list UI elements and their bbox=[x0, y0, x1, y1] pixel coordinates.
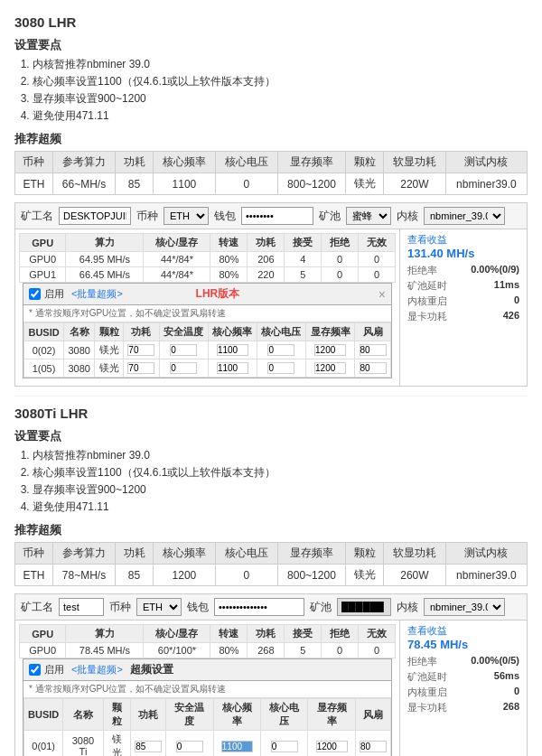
miner-panel-1: 矿工名 币种 ETH 钱包 矿池 蜜蜂 内核 nbminer_39.0 GPU bbox=[14, 202, 528, 387]
rec2-row1-power: 85 bbox=[116, 565, 154, 586]
oc1-fan-input[interactable] bbox=[360, 362, 387, 374]
oc-col-name: 名称 bbox=[64, 323, 95, 341]
oc1-safetemp-input[interactable] bbox=[170, 362, 197, 374]
lhr-label-1: LHR版本 bbox=[196, 286, 240, 302]
rec2-col-soft-power: 软显功耗 bbox=[383, 543, 445, 565]
gpu2-col-reject: 拒绝 bbox=[322, 625, 359, 643]
note-2-3: 显存频率设置900~1200 bbox=[33, 482, 528, 498]
coin-label-1: 币种 bbox=[136, 209, 158, 224]
oc0-memfreq bbox=[306, 341, 355, 359]
pool-delay-label-1: 矿池延时 bbox=[407, 279, 447, 293]
oc-col-safetemp: 安全温度 bbox=[159, 323, 208, 341]
miner-body-2: GPU 算力 核心/显存 转速 功耗 接受 拒绝 无效 bbox=[15, 621, 527, 756]
oc0-power-input[interactable] bbox=[127, 344, 154, 356]
oc-table-2: BUSID 名称 颗粒 功耗 安全温度 核心频率 核心电压 显存频率 风扇 bbox=[23, 698, 391, 756]
stat-internal-restart-1: 内核重启 0 bbox=[407, 294, 519, 308]
pool-delay-label-2: 矿池延时 bbox=[407, 670, 447, 684]
pool-select-1[interactable]: 蜜蜂 bbox=[346, 207, 391, 225]
rec2-col-kernel: 测试内核 bbox=[445, 543, 527, 565]
oc2-0-corevolt bbox=[261, 731, 308, 757]
oc1-corefreq bbox=[208, 359, 257, 378]
oc2-0-safetemp bbox=[166, 731, 213, 757]
stat-gpu-power-1: 显卡功耗 426 bbox=[407, 310, 519, 323]
rec-col-coin: 币种 bbox=[15, 152, 53, 173]
wallet-input-1[interactable] bbox=[241, 207, 313, 225]
oc0-fan-input[interactable] bbox=[360, 344, 387, 356]
oc0-memfreq-input[interactable] bbox=[314, 344, 346, 356]
oc2-col-corevolt: 核心电压 bbox=[261, 699, 308, 731]
oc2-0-power-input[interactable] bbox=[135, 741, 162, 752]
oc1-power-input[interactable] bbox=[127, 362, 154, 374]
oc-enable-label-1: 启用 bbox=[44, 287, 64, 301]
view-income-link-1[interactable]: 查看收益 bbox=[407, 233, 519, 247]
oc-row-0: 0(02) 3080 镁光 bbox=[24, 341, 391, 359]
wallet-input-2[interactable] bbox=[214, 598, 304, 616]
kernel-select-2[interactable]: nbminer_39.0 bbox=[424, 598, 505, 616]
oc1-memfreq-input[interactable] bbox=[314, 362, 346, 374]
stat-internal-restart-2: 内核重启 0 bbox=[407, 686, 519, 699]
oc2-0-corevolt-input[interactable] bbox=[271, 741, 298, 752]
oc2-0-memfreq bbox=[308, 731, 356, 757]
miner-left-1: GPU 算力 核心/显存 转速 功耗 接受 拒绝 无效 bbox=[15, 229, 400, 386]
kernel-label-2: 内核 bbox=[397, 600, 418, 615]
oc2-0-memfreq-input[interactable] bbox=[316, 741, 348, 752]
oc1-safetemp bbox=[159, 359, 208, 378]
oc-hint-2: * 通常按顺序对GPU位置，如不确定设置风扇转速 bbox=[23, 681, 391, 698]
oc0-fan bbox=[355, 341, 391, 359]
kernel-label-1: 内核 bbox=[397, 209, 418, 224]
rec-row1-power: 85 bbox=[116, 173, 154, 195]
note-1-4: 避免使用471.11 bbox=[33, 108, 528, 124]
gpu-col-hash: 算力 bbox=[66, 234, 144, 252]
oc-col-busid: BUSID bbox=[24, 323, 64, 341]
oc2-0-corefreq bbox=[213, 731, 261, 757]
oc-enable-checkbox-2[interactable] bbox=[29, 664, 41, 676]
farm-input-1[interactable] bbox=[59, 207, 131, 225]
rec2-col-core-freq: 核心频率 bbox=[153, 543, 215, 565]
oc0-corevolt-input[interactable] bbox=[267, 344, 294, 356]
rec-col-core-volt: 核心电压 bbox=[215, 152, 277, 173]
gpu2-0-speed: 80% bbox=[210, 643, 248, 658]
gpu-row-1: GPU1 66.45 MH/s 44*/84* 80% 220 5 0 0 bbox=[20, 267, 396, 283]
oc2-0-corefreq-input[interactable] bbox=[221, 741, 253, 752]
gpu2-0-name: GPU0 bbox=[20, 643, 66, 658]
rec2-col-coin: 币种 bbox=[15, 543, 53, 565]
gpu2-col-coremem: 核心/显存 bbox=[144, 625, 210, 643]
pool-input-2[interactable] bbox=[337, 598, 391, 616]
coin-select-2[interactable]: ETH bbox=[136, 598, 182, 616]
rec-col-hashrate: 参考算力 bbox=[52, 152, 115, 173]
batch-oc-link-1[interactable]: <批量超频> bbox=[71, 287, 123, 301]
oc-enable-checkbox-1[interactable] bbox=[29, 288, 41, 300]
rec2-row1-mfreq: 800~1200 bbox=[277, 565, 345, 586]
rec-row1-coin: ETH bbox=[15, 173, 53, 195]
section-3080tilhr: 3080Ti LHR 设置要点 内核暂推荐nbminer 39.0 核心频率设置… bbox=[14, 406, 528, 756]
kernel-select-1[interactable]: nbminer_39.0 bbox=[424, 207, 505, 225]
internal-restart-label-1: 内核重启 bbox=[407, 294, 447, 308]
rec2-row1-cfreq: 1200 bbox=[153, 565, 215, 586]
oc0-safetemp bbox=[159, 341, 208, 359]
gpu-power-label-1: 显卡功耗 bbox=[407, 310, 447, 323]
oc-hint-1: * 通常按顺序对GPU位置，如不确定设置风扇转速 bbox=[23, 305, 391, 322]
batch-oc-link-2[interactable]: <批量超频> bbox=[71, 663, 123, 677]
rec-row1-kernel: nbminer39.0 bbox=[445, 173, 527, 195]
oc0-corefreq-input[interactable] bbox=[217, 344, 248, 356]
gpu-table-1: GPU 算力 核心/显存 转速 功耗 接受 拒绝 无效 bbox=[19, 233, 396, 283]
coin-select-1[interactable]: ETH bbox=[164, 207, 209, 225]
farm-input-2[interactable] bbox=[59, 598, 104, 616]
oc2-0-fan-input[interactable] bbox=[360, 741, 387, 752]
rec-row1-soft: 220W bbox=[383, 173, 445, 195]
rec-title-1: 推荐超频 bbox=[14, 131, 528, 147]
pool-delay-val-1: 11ms bbox=[494, 279, 519, 293]
oc-col-fan: 风扇 bbox=[355, 323, 391, 341]
gpu1-coremem: 44*/84* bbox=[144, 267, 210, 283]
gpu2-col-hash: 算力 bbox=[66, 625, 144, 643]
oc2-col-particle: 颗粒 bbox=[103, 699, 130, 731]
coin-label-2: 币种 bbox=[109, 600, 131, 615]
oc1-corevolt-input[interactable] bbox=[267, 362, 294, 374]
oc1-corefreq-input[interactable] bbox=[217, 362, 248, 374]
oc0-safetemp-input[interactable] bbox=[170, 344, 197, 356]
pool-delay-val-2: 56ms bbox=[494, 670, 519, 684]
oc-close-btn-1[interactable]: × bbox=[378, 287, 386, 302]
oc2-0-safetemp-input[interactable] bbox=[176, 741, 203, 752]
stat-reject-rate-2: 拒绝率 0.00%(0/5) bbox=[407, 655, 519, 668]
view-income-link-2[interactable]: 查看收益 bbox=[407, 624, 519, 638]
